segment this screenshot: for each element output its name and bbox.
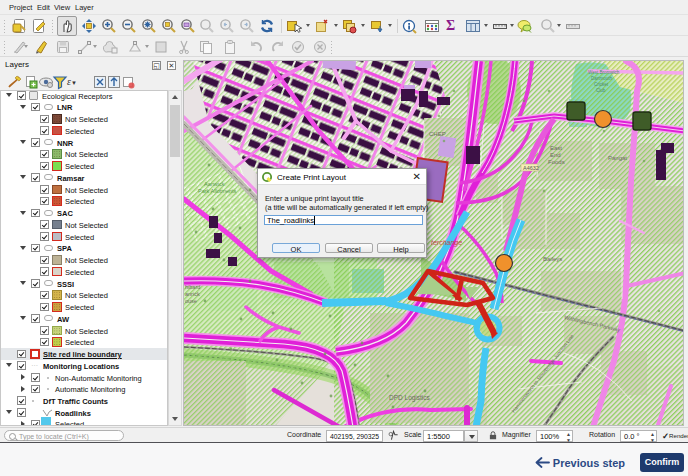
svg-text:West Bromwich: West Bromwich	[588, 70, 620, 75]
svg-text:Aanwick: Aanwick	[204, 181, 225, 187]
svg-text:Dartmouth: Dartmouth	[591, 76, 613, 81]
svg-text:CHEP: CHEP	[429, 131, 446, 137]
svg-text:Cricket: Cricket	[594, 82, 609, 87]
svg-text:hibard: hibard	[185, 284, 200, 290]
svg-text:anrick: anrick	[185, 291, 200, 297]
svg-text:Baileys: Baileys	[543, 256, 562, 262]
svg-text:A4632: A4632	[523, 165, 539, 171]
svg-text:terchange: terchange	[431, 239, 462, 247]
svg-text:DPD Logistics: DPD Logistics	[389, 394, 431, 402]
svg-text:East: East	[550, 145, 562, 151]
svg-text:Pangat: Pangat	[608, 155, 627, 161]
svg-text:Club: Club	[596, 88, 606, 93]
svg-text:Foods: Foods	[548, 159, 565, 165]
svg-text:End: End	[550, 152, 561, 158]
svg-text:ouse: ouse	[185, 298, 197, 304]
svg-text:Park Allotments: Park Allotments	[198, 188, 236, 194]
